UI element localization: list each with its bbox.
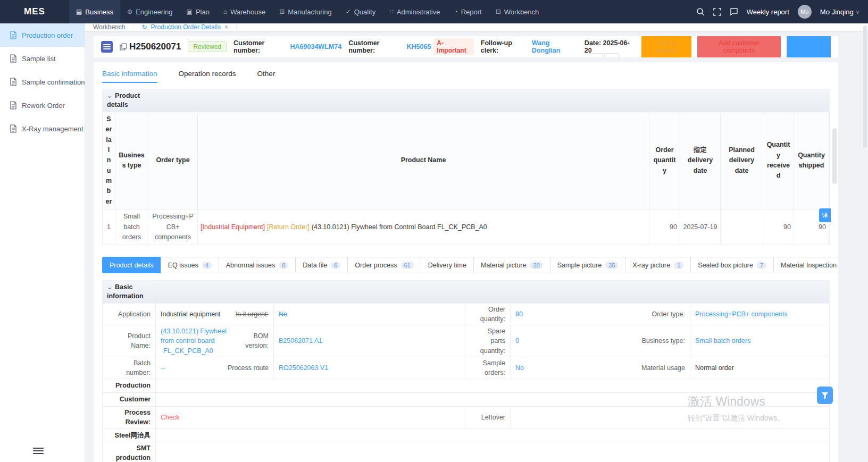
nav-item-label: Administrative: [397, 8, 440, 16]
field-value: Normal order: [695, 363, 734, 373]
field-link[interactable]: 0: [515, 337, 519, 345]
page-scrollbar[interactable]: [863, 26, 867, 148]
add-customer-complaints-button[interactable]: Add customer complaints: [697, 36, 781, 57]
pagination-stubs: [589, 53, 620, 57]
add-review-button[interactable]: Add a review: [641, 36, 691, 57]
tab-basic-information[interactable]: Basic information: [102, 68, 157, 83]
funnel-icon: [821, 392, 829, 399]
subtab-material-picture[interactable]: Material picture20: [473, 257, 550, 273]
clerk-link[interactable]: Wang Donglian: [532, 39, 578, 54]
app-logo[interactable]: MES: [0, 6, 69, 17]
pager-button[interactable]: [604, 53, 619, 57]
field-link[interactable]: (43.10.0121) Flywheel from control board: [161, 326, 239, 346]
sidebar-item-label: X-Ray management: [22, 125, 84, 133]
add-note-button[interactable]: Add a note: [787, 36, 831, 57]
field-text: Steel网治具: [115, 432, 151, 439]
field-link[interactable]: --: [161, 364, 165, 372]
close-icon[interactable]: ×: [224, 23, 228, 31]
field-link[interactable]: FL_CK_PCB_A0: [163, 346, 239, 356]
sidebar-item-sample-list[interactable]: Sample list: [0, 47, 85, 70]
count-badge: 0: [279, 262, 288, 269]
user-avatar[interactable]: Mo: [798, 5, 812, 19]
subtab-sample-picture[interactable]: Sample picture35: [550, 257, 626, 273]
sidebar-item-production-order[interactable]: Production order: [0, 23, 85, 47]
document-icon: [10, 101, 17, 110]
field-label: Customer number:: [348, 39, 404, 54]
pager-button[interactable]: [589, 53, 603, 57]
refresh-icon[interactable]: ↻: [141, 23, 147, 31]
subtab-data-file[interactable]: Data file6: [295, 257, 348, 273]
sidebar-collapse-icon[interactable]: [33, 446, 44, 455]
nav-item-report[interactable]: ◔Report: [447, 0, 488, 23]
field-label: Business type:: [639, 336, 685, 346]
sidebar-item-x-ray-management[interactable]: X-Ray management: [0, 117, 85, 140]
tab-other[interactable]: Other: [257, 68, 276, 82]
tab-workbench[interactable]: Workbench: [85, 23, 133, 31]
cell-text: 1: [107, 222, 111, 232]
section-title: ⌄Basic information: [107, 283, 153, 301]
tab-label: Production Order Details: [151, 23, 221, 31]
subtab-x-ray-picture[interactable]: X-ray picture1: [625, 257, 691, 273]
field-link[interactable]: RO25062063 V1: [279, 364, 328, 372]
table-cell-planned-delivery-date: [721, 209, 763, 245]
nav-item-warehouse[interactable]: ⌂Warehouse: [216, 0, 272, 23]
nav-item-business[interactable]: ▤Business: [69, 0, 120, 23]
subtab-sealed-box-picture[interactable]: Sealed box picture7: [690, 257, 774, 273]
nav-item-administrative[interactable]: ∷Administrative: [382, 0, 447, 23]
subtab-delivery-time[interactable]: Delivery time: [421, 257, 474, 273]
nav-item-workbench[interactable]: ⊡Workbench: [489, 0, 546, 23]
nav-item-plan[interactable]: ▣Plan: [180, 0, 216, 23]
table-row[interactable]: 1Small batch ordersProcessing+PCB+ compo…: [103, 209, 829, 245]
field-link[interactable]: No: [279, 310, 287, 318]
field-link[interactable]: No: [515, 364, 524, 372]
tab-operation-records[interactable]: Operation records: [179, 68, 236, 82]
field-label: Customer number:: [233, 39, 287, 54]
info-cell: No: [274, 304, 464, 325]
nav-item-engineering[interactable]: ⊕Engineering: [120, 0, 179, 23]
business-icon: ▤: [76, 8, 82, 15]
subtab-material-inspection-record[interactable]: Material Inspection Record135: [773, 257, 838, 273]
nav-item-manufacturing[interactable]: ⊞Manufacturing: [272, 0, 338, 23]
user-menu[interactable]: Mo Jinqing∨: [820, 8, 859, 16]
filter-button[interactable]: [817, 387, 833, 404]
field-label: Sample orders:: [469, 358, 505, 377]
translate-button[interactable]: 译: [819, 208, 831, 222]
sidebar-item-rework-order[interactable]: Rework Order: [0, 94, 85, 117]
field-link[interactable]: Processing+PCB+ components: [695, 310, 788, 318]
message-icon[interactable]: [730, 7, 738, 16]
top-nav: MES ▤Business⊕Engineering▣Plan⌂Warehouse…: [0, 0, 868, 23]
field-link[interactable]: Check: [161, 414, 179, 421]
field-link[interactable]: Small batch orders: [695, 337, 750, 345]
subtab-label: Material picture: [481, 262, 526, 269]
field-link[interactable]: 90: [515, 310, 523, 318]
table-scrollbar[interactable]: [832, 128, 837, 184]
sidebar-menu: Production orderSample listSample confir…: [0, 23, 85, 140]
customer-code-link[interactable]: KH5065: [406, 43, 431, 51]
sidebar: Production orderSample listSample confir…: [0, 23, 85, 462]
field-label: Steel网治具: [112, 431, 151, 440]
subtab-order-process[interactable]: Order process61: [347, 257, 421, 273]
field-link[interactable]: B25062071 A1: [279, 337, 322, 345]
field-value: Industrial equipment: [161, 309, 221, 319]
sidebar-item-sample-confirmation-list[interactable]: Sample confirmation list: [0, 70, 85, 94]
info-row: SMT production: [103, 442, 829, 462]
document-icon: [10, 31, 17, 39]
fullscreen-icon[interactable]: [713, 8, 721, 16]
basic-information-section-header[interactable]: ⌄Basic information: [102, 280, 830, 303]
subtab-eq-issues[interactable]: EQ issues4: [161, 257, 219, 273]
search-icon[interactable]: [696, 7, 705, 16]
info-cell: Process Review:: [103, 407, 156, 428]
subtab-abnormal-issues[interactable]: Abnormal issues0: [219, 257, 296, 273]
subtab-product-details[interactable]: Product details: [102, 257, 161, 273]
tab-production-order-details[interactable]: ↻ Production Order Details ×: [133, 23, 236, 31]
nav-item-quality[interactable]: ✓Quality: [339, 0, 383, 23]
product-details-section-header[interactable]: ⌄Product details: [102, 89, 830, 112]
field-text: Customer: [120, 396, 151, 403]
customer-number-link[interactable]: HA69034WLM74: [290, 43, 342, 51]
sidebar-item-label: Production order: [22, 31, 73, 39]
field-value: Check: [161, 413, 179, 422]
column-header-product-name: Product Name: [198, 112, 649, 209]
field-text: Order quantity:: [480, 306, 505, 323]
weekly-report-link[interactable]: Weekly report: [747, 8, 789, 16]
copy-icon[interactable]: [120, 43, 127, 51]
